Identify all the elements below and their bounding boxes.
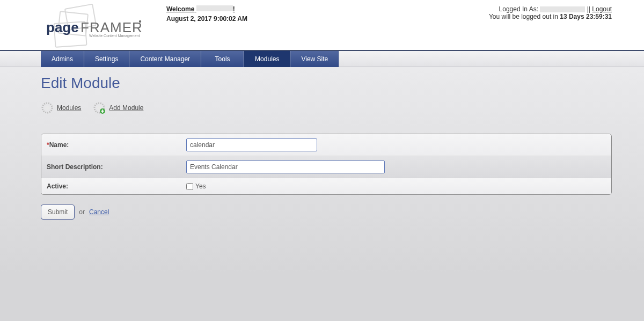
countdown-value: 13 Days 23:59:31 xyxy=(560,13,612,20)
svg-point-8 xyxy=(45,106,49,110)
page-title: Edit Module xyxy=(41,75,612,92)
header: page FRAMER Website Content Management W… xyxy=(0,0,644,51)
form-row-active: Active: Yes xyxy=(41,178,611,194)
gear-icon xyxy=(41,101,54,114)
name-input[interactable] xyxy=(186,138,317,151)
logout-link[interactable]: Logout xyxy=(592,5,612,13)
add-module-action[interactable]: Add Module xyxy=(93,101,143,114)
form-row-desc: Short Description: xyxy=(41,156,611,178)
submit-row: Submit or Cancel xyxy=(41,205,612,220)
action-links: Modules Add Module xyxy=(41,101,612,114)
desc-input[interactable] xyxy=(186,160,385,173)
nav-tab-view-site[interactable]: View Site xyxy=(290,51,339,67)
modules-action[interactable]: Modules xyxy=(41,101,81,114)
date-text: August 2, 2017 9:00:02 AM xyxy=(166,15,489,23)
nav-tab-tools[interactable]: Tools xyxy=(201,51,244,67)
active-label: Active: xyxy=(47,183,186,190)
desc-label: Short Description: xyxy=(47,163,186,171)
active-checkbox[interactable] xyxy=(186,183,193,190)
svg-text:page: page xyxy=(46,19,79,35)
logged-in-label: Logged In As: xyxy=(499,5,538,13)
header-center: Welcome XXXX! August 2, 2017 9:00:02 AM xyxy=(166,3,489,50)
form-box: *Name: Short Description: Active: Yes xyxy=(41,134,612,195)
nav-tab-content-manager[interactable]: Content Manager xyxy=(129,51,201,67)
add-module-link[interactable]: Add Module xyxy=(109,104,143,112)
nav-tab-admins[interactable]: Admins xyxy=(41,51,84,67)
logo: page FRAMER Website Content Management xyxy=(32,3,166,50)
svg-text:FRAMER: FRAMER xyxy=(80,19,143,35)
svg-text:Website Content Management: Website Content Management xyxy=(89,34,140,38)
modules-link[interactable]: Modules xyxy=(57,104,81,112)
name-label: *Name: xyxy=(47,141,186,149)
cancel-link[interactable]: Cancel xyxy=(89,208,109,216)
countdown-prefix: You will be logged out in xyxy=(489,13,560,20)
header-right: Logged In As: XXXXX || Logout You will b… xyxy=(489,3,612,50)
active-checkbox-label[interactable]: Yes xyxy=(186,183,206,190)
nav-tab-settings[interactable]: Settings xyxy=(84,51,129,67)
gear-plus-icon xyxy=(93,101,106,114)
form-row-name: *Name: xyxy=(41,134,611,156)
svg-point-5 xyxy=(139,20,141,23)
nav-tab-modules[interactable]: Modules xyxy=(244,51,290,67)
redacted-user: XXXXX xyxy=(540,6,585,12)
submit-button[interactable]: Submit xyxy=(41,205,75,220)
or-text: or xyxy=(79,208,85,216)
nav-inner: Admins Settings Content Manager Tools Mo… xyxy=(41,51,644,67)
redacted-username: XXXX xyxy=(196,5,233,11)
nav-bar: Admins Settings Content Manager Tools Mo… xyxy=(0,51,644,67)
welcome-text: Welcome XXXX! xyxy=(166,5,489,13)
content-area: Edit Module Modules Add Module *Name: Sh… xyxy=(0,67,644,321)
